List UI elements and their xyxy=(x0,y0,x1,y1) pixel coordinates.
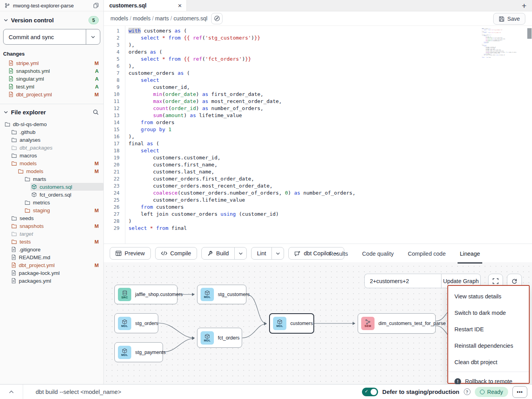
version-control-header[interactable]: Version control 5 xyxy=(0,11,103,27)
tree-item-snapshots[interactable]: snapshotsM xyxy=(0,222,103,230)
command-input[interactable]: dbt build --select <model_name> xyxy=(23,388,362,395)
status-bar: dbt build --select <model_name> ✓ Defer … xyxy=(0,384,532,399)
defer-toggle[interactable]: ✓ xyxy=(362,388,378,396)
tree-item-staging[interactable]: stagingM xyxy=(0,206,103,214)
menu-item-view-status-details[interactable]: View status details xyxy=(448,288,529,305)
change-item[interactable]: stripe.ymlM xyxy=(0,59,103,67)
new-tab-button[interactable]: + xyxy=(522,0,527,11)
tab-code-quality[interactable]: Code quality xyxy=(362,244,394,264)
tree-item-packages-yml[interactable]: packages.yml xyxy=(0,277,103,285)
tree-item-inner: fct_orders.sql xyxy=(31,191,103,199)
tree-item-dbt-project-yml[interactable]: dbt_project.ymlM xyxy=(0,261,103,269)
commit-options-caret[interactable] xyxy=(86,29,100,44)
menu-item-restart-ide[interactable]: Restart IDE xyxy=(448,321,529,338)
help-icon[interactable]: ? xyxy=(464,388,470,395)
search-icon[interactable] xyxy=(93,109,99,115)
lineage-node-dim-customers-test-for-parse[interactable]: SEMdim_customers_test_for_parse xyxy=(358,313,436,334)
editor-scrollbar[interactable] xyxy=(527,26,532,244)
change-item[interactable]: dbt_project.ymlM xyxy=(0,90,103,98)
tree-item-package-lock-yml[interactable]: package-lock.yml xyxy=(0,269,103,277)
tab-results[interactable]: Results xyxy=(329,244,348,264)
expand-command-bar-button[interactable] xyxy=(0,385,23,399)
line-number: 16 xyxy=(104,133,119,140)
breadcrumb-segment[interactable]: models xyxy=(110,15,128,22)
lint-options-caret[interactable] xyxy=(271,247,284,259)
navigate-compass-button[interactable] xyxy=(211,13,223,24)
lineage-node-stg-customers[interactable]: MDLstg_customers xyxy=(197,285,246,304)
line-number: 3 xyxy=(104,42,119,49)
tab-customers-sql[interactable]: customers.sql × xyxy=(104,0,187,11)
change-status-badge: A xyxy=(95,76,99,82)
breadcrumb-segment[interactable]: customers.sql xyxy=(174,15,207,22)
save-button[interactable]: Save xyxy=(493,13,525,25)
tree-item-tests[interactable]: testsM xyxy=(0,238,103,246)
build-button[interactable]: Build xyxy=(202,247,234,259)
tree-item-macros[interactable]: macros xyxy=(0,152,103,159)
tree-item-customers-sql[interactable]: customers.sql xyxy=(0,183,103,191)
mdl-glyph-icon xyxy=(277,319,282,325)
tree-item-analyses[interactable]: analyses xyxy=(0,136,103,144)
tree-item-fct-orders-sql[interactable]: fct_orders.sql xyxy=(0,191,103,199)
breadcrumb-segment[interactable]: models xyxy=(133,15,150,22)
folder-icon xyxy=(25,200,30,205)
tab-lineage[interactable]: Lineage xyxy=(460,244,480,264)
tree-item-db-sl-qs-demo[interactable]: db-sl-qs-demo xyxy=(0,120,103,128)
tree-item-dbt-packages[interactable]: dbt_packages xyxy=(0,144,103,152)
lineage-node-customers[interactable]: MDLcustomers xyxy=(269,313,314,334)
tree-item-models[interactable]: modelsM xyxy=(0,159,103,167)
tab-compiled-code[interactable]: Compiled code xyxy=(408,244,446,264)
tree-item--gitignore[interactable]: .gitignore xyxy=(0,246,103,253)
breadcrumb-segment[interactable]: marts xyxy=(155,15,169,22)
tree-item-inner: modelsM xyxy=(17,167,103,175)
compile-label: Compile xyxy=(170,250,191,256)
lineage-node-stg-orders[interactable]: MDLstg_orders xyxy=(114,313,158,333)
compile-button[interactable]: Compile xyxy=(155,247,197,260)
wrench-icon xyxy=(207,251,213,256)
code-line: left join customer_orders using (custome… xyxy=(128,211,532,218)
menu-item-label: Reinstall dependencies xyxy=(454,343,513,349)
lineage-node-fct-orders[interactable]: MDLfct_orders xyxy=(197,328,242,348)
change-item[interactable]: test.ymlA xyxy=(0,83,103,90)
file-icon xyxy=(11,278,16,283)
tree-item-readme-md[interactable]: README.md xyxy=(0,253,103,261)
line-number: 26 xyxy=(104,204,119,211)
sidebar: mwong-test-explorer-parse Version contro… xyxy=(0,0,104,384)
check-icon: ✓ xyxy=(365,389,368,394)
commit-and-sync-button[interactable]: Commit and sync xyxy=(3,29,100,45)
node-name: stg_payments xyxy=(135,350,166,355)
copy-icon[interactable] xyxy=(93,3,99,8)
change-item[interactable]: snapshots.ymlA xyxy=(0,67,103,75)
tree-item-label: dbt_project.yml xyxy=(19,262,55,268)
change-status-badge: M xyxy=(94,60,99,66)
menu-item-rollback-to-remote[interactable]: !Rollback to remote xyxy=(448,373,529,384)
code-content[interactable]: with customers as ( select * from {{ ref… xyxy=(125,26,532,244)
branch-row[interactable]: mwong-test-explorer-parse xyxy=(0,0,103,11)
tree-item--github[interactable]: .github xyxy=(0,128,103,136)
preview-button[interactable]: Preview xyxy=(110,247,151,260)
node-type-label: MDL xyxy=(121,324,128,328)
lineage-selector-input[interactable] xyxy=(364,274,441,288)
tree-item-metrics[interactable]: metrics xyxy=(0,199,103,206)
file-explorer-header[interactable]: File explorer xyxy=(0,104,103,118)
lineage-node-jaffle-shop-customers[interactable]: SRCjaffle_shop.customers xyxy=(114,285,177,304)
tree-item-seeds[interactable]: seeds xyxy=(0,214,103,222)
tree-item-target[interactable]: target xyxy=(0,230,103,238)
code-line: select * from final xyxy=(128,225,532,232)
menu-item-switch-to-dark-mode[interactable]: Switch to dark mode xyxy=(448,305,529,321)
menu-item-clean-dbt-project[interactable]: Clean dbt project xyxy=(448,354,529,370)
line-number: 23 xyxy=(104,182,119,190)
code-editor[interactable]: 1234567891011121314151617181920212223242… xyxy=(104,26,532,244)
line-number: 18 xyxy=(104,147,119,154)
more-options-button[interactable]: ••• xyxy=(512,386,527,398)
scrollbar-thumb[interactable] xyxy=(527,28,532,39)
tree-item-label: dbt_packages xyxy=(20,145,52,151)
menu-item-reinstall-dependencies[interactable]: Reinstall dependencies xyxy=(448,338,529,354)
change-item[interactable]: singular.ymlA xyxy=(0,75,103,83)
tree-item-marts[interactable]: marts xyxy=(0,175,103,183)
build-options-caret[interactable] xyxy=(234,247,246,259)
close-tab-icon[interactable]: × xyxy=(178,2,182,9)
tree-item-models[interactable]: modelsM xyxy=(0,167,103,175)
lint-button[interactable]: Lint xyxy=(252,247,271,259)
line-number: 22 xyxy=(104,175,119,182)
lineage-node-stg-payments[interactable]: MDLstg_payments xyxy=(114,342,163,362)
